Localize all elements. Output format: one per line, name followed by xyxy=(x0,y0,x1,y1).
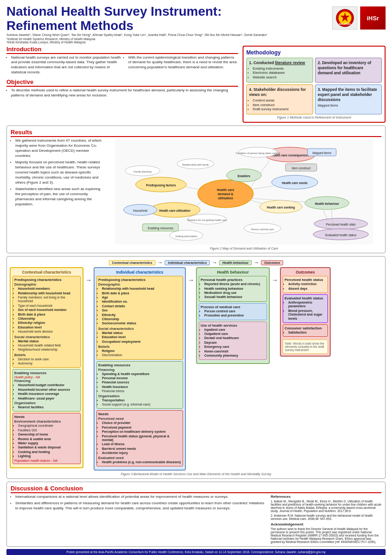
figure1-caption: Figure 1 Methods Used in Refinement of I… xyxy=(246,116,382,119)
outcomes-col: Outcomes Perceived health status Activit… xyxy=(280,267,331,357)
svg-text:Health care seeking: Health care seeking xyxy=(267,206,295,209)
ind-social-label: Social characteristics xyxy=(98,327,181,331)
results-bullet2: Majority focused on perceived health, he… xyxy=(15,160,103,185)
demo-item: Household work division xyxy=(18,330,79,334)
ind-needs-title: Needs xyxy=(98,412,181,416)
ind-perc-item: Accidents/ injury xyxy=(102,451,181,455)
env-item: Water supply xyxy=(18,442,79,445)
arrow3: → xyxy=(254,259,259,266)
personal-item: Sexual/ health behaviour xyxy=(204,295,265,299)
perceived-health-status: Perceived health status Activity restric… xyxy=(283,276,328,293)
ind-fin-list: Spending & health expenditure Personal i… xyxy=(98,372,181,394)
method-step1: 1. Conducted literature review Existing … xyxy=(246,58,313,83)
arrow-beh-out: → xyxy=(272,267,278,284)
perceived-item: Absent days xyxy=(288,287,326,291)
social-list: Marital status Household health related … xyxy=(14,340,79,352)
individual-header: Individual characteristics xyxy=(96,270,183,275)
svg-text:MALAYSIA: MALAYSIA xyxy=(339,23,351,25)
ind-beliefs-label: Beliefs xyxy=(98,345,181,349)
ref1: 1. Adane M., Mengistie B., Mulat W., Klo… xyxy=(271,500,381,513)
consumer-item: Satisfaction xyxy=(288,331,326,334)
svg-text:Person centred care: Person centred care xyxy=(251,228,274,231)
svg-text:Relationship with family: Relationship with family xyxy=(182,163,209,166)
svg-text:Enabling resources: Enabling resources xyxy=(148,227,173,230)
ind-org-label: Organisation xyxy=(98,394,181,398)
svg-text:Mapped items: Mapped items xyxy=(313,151,332,155)
svg-text:Household: Household xyxy=(133,209,147,212)
ref2: 2. Andersen R.M. National health surveys… xyxy=(271,514,381,520)
ind-demo-item: Identification no. xyxy=(102,300,181,304)
malaysia-logo: MALAYSIA xyxy=(332,6,357,30)
demo-item: Citizenship xyxy=(18,317,79,321)
demo-item: Relationship with household head xyxy=(18,292,79,295)
beliefs-item: Decision to seek care xyxy=(18,358,79,361)
personal-item: Medication/ drug use xyxy=(204,291,265,295)
ind-org-item: Social support (e.g. informal care) xyxy=(102,403,181,406)
ind-demo-item: Relationship with household head xyxy=(102,287,181,291)
ind-demo-item: Socioeconomic status xyxy=(102,322,181,325)
eval-status-title: Evaluated health status xyxy=(285,296,326,300)
mapped-items-label: Mapped items xyxy=(318,103,379,107)
ind-beliefs-item: Religion xyxy=(102,349,181,353)
step1-label: 1. Conducted literature review xyxy=(249,60,310,66)
org-item: Nearest facilities xyxy=(18,406,79,409)
use-item: Dental/ oral healthcare xyxy=(204,336,265,340)
perceived-item: Activity restriction xyxy=(288,282,326,286)
top-individual-label: Individual characteristics xyxy=(165,260,210,265)
fin-item: Health insurance coverage xyxy=(18,392,79,396)
eval-item: Anthropometric parameters xyxy=(288,301,326,309)
discussion-section: Discussion & Conclusion International co… xyxy=(6,482,386,547)
method-step3: 3. Mapped the items to facilitate expert… xyxy=(315,84,382,114)
ind-perc-item: Load of illness xyxy=(102,442,181,446)
ind-eval-list: Health problems (e.g. non-communicable d… xyxy=(98,460,181,464)
ind-perc-item: Choice of provider xyxy=(102,421,181,425)
ihs-logo: iHSr xyxy=(360,6,386,30)
consumer-satisfaction: Consumer satisfaction Satisfaction xyxy=(283,324,328,337)
use-health-services: Use of health services Inpatient care Ou… xyxy=(199,322,267,360)
step4-item1: Content areas xyxy=(253,98,310,103)
results-text-col: We gathered instruments from 47 countrie… xyxy=(11,138,103,250)
ind-social-item: Occupation/ employment xyxy=(102,340,181,344)
use-item: Outpatient care xyxy=(204,332,265,336)
personal-list: Reported illness (acute and chronic) Hea… xyxy=(201,282,265,299)
ind-demo-item: Sex xyxy=(102,309,181,312)
personal-title: Personal health practices xyxy=(201,278,265,282)
pop-health: Population health indices - NA xyxy=(14,459,79,462)
model-grid: Contextual characteristics Predisposing … xyxy=(10,267,382,471)
main-title-line2: Refinement Methods xyxy=(6,19,332,33)
step3-label: 3. Mapped the items to facilitate expert… xyxy=(318,87,379,102)
ind-demo-item: Age xyxy=(102,296,181,299)
process-title: Process of medical care xyxy=(201,305,265,309)
method-step2: 2. Developed an inventory of questions f… xyxy=(315,58,382,83)
demo-item: Type of each household xyxy=(18,304,79,308)
step1-list: Existing instruments Electronic database… xyxy=(249,66,310,80)
outcomes-header: Outcomes xyxy=(283,270,328,275)
ind-org-list: Transportation Social support (e.g. info… xyxy=(98,399,181,407)
contextual-needs: Needs Environment characteristics Geogra… xyxy=(12,413,81,464)
evaluated-health-status: Evaluated health status Anthropometric p… xyxy=(283,294,328,323)
objective-title: Objective xyxy=(6,78,238,87)
ind-social-item: Marital status xyxy=(102,331,181,335)
results-bullet3: Stakeholders identified new areas such a… xyxy=(15,187,103,207)
process-item: Person centred care xyxy=(204,310,265,313)
env-item: Sanitation & waste disposal xyxy=(18,446,79,449)
disc-bullet2: Similarities and differences in patterns… xyxy=(15,501,266,511)
references-title: References xyxy=(271,495,381,499)
demo-item: Household members xyxy=(18,287,79,291)
perceived-status-title: Perceived health status xyxy=(285,278,326,282)
svg-text:Health care: Health care xyxy=(217,188,234,191)
behaviour-col: Health behaviour Personal health practic… xyxy=(196,267,270,364)
ind-beliefs-list: Religion Discrimination xyxy=(98,349,181,358)
ind-fin-item: Spending & health expenditure xyxy=(102,372,181,376)
page-header: National Health Survey Instrument: Refin… xyxy=(6,5,386,44)
enabling-title: Enabling resources xyxy=(14,371,79,375)
fin-item: Household income/ other sources xyxy=(18,388,79,392)
ind-fin-item: Financial stress xyxy=(102,389,181,393)
figure2-caption: Figure 2 Map of Demand and Utilisation o… xyxy=(107,247,381,250)
demo-item: Family members: not living in the househ… xyxy=(18,296,79,304)
authors: Suhana Jawahir¹, Diane Chong Woei Quan¹,… xyxy=(6,33,332,36)
personal-practices: Personal health practices Reported illne… xyxy=(199,276,267,302)
top-flow-arrows: Contextual characteristics → Individual … xyxy=(10,259,382,266)
ind-beliefs-item: Discrimination xyxy=(102,353,181,357)
ind-needs: Needs Perceived need Choice of provider … xyxy=(96,410,183,466)
